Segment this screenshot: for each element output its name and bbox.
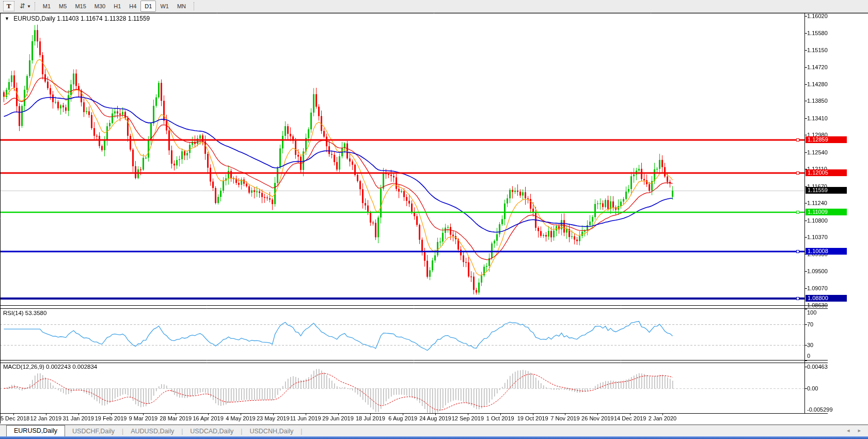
date-tick-label: 18 Jul 2019 bbox=[356, 415, 385, 421]
chart-ohlc-values: 1.11403 1.11674 1.11328 1.11559 bbox=[57, 15, 150, 22]
date-tick-label: 2 Jan 2020 bbox=[649, 415, 676, 421]
price-tick-label: 1.10800 bbox=[807, 217, 828, 224]
date-tick-label: 31 Jan 2019 bbox=[62, 415, 94, 421]
macd-label: MACD(12,26,9) 0.002243 0.002834 bbox=[3, 364, 97, 370]
price-tick-label: 1.10370 bbox=[807, 234, 828, 240]
scroll-left-icon[interactable]: ◂ bbox=[847, 428, 850, 433]
date-tick-label: 11 Jun 2019 bbox=[290, 415, 321, 421]
date-tick-label: 23 May 2019 bbox=[257, 415, 290, 421]
timeframe-button-m5[interactable]: M5 bbox=[55, 1, 71, 12]
scroll-right-icon[interactable]: ▸ bbox=[858, 428, 861, 433]
date-tick-label: 9 Mar 2019 bbox=[129, 415, 158, 421]
chart-tabs: EURUSD,DailyUSDCHF,Daily|AUDUSD,Daily|US… bbox=[0, 426, 302, 437]
date-tick-label: 16 Apr 2019 bbox=[193, 415, 223, 421]
text-tool-button[interactable]: T bbox=[3, 1, 14, 11]
timeframe-button-h1[interactable]: H1 bbox=[109, 1, 125, 12]
rsi-tick-label: 0 bbox=[807, 353, 810, 359]
tab-separator: | bbox=[122, 428, 123, 435]
date-tick-label: 7 Nov 2019 bbox=[550, 415, 579, 421]
price-tick-label: 1.15580 bbox=[807, 30, 828, 36]
date-tick-label: 1 Oct 2019 bbox=[486, 415, 514, 421]
price-tick-label: 1.13850 bbox=[807, 98, 828, 104]
date-tick-label: 28 Mar 2019 bbox=[160, 415, 192, 421]
date-tick-label: 14 Dec 2019 bbox=[614, 415, 646, 421]
chevron-down-icon: ▼ bbox=[27, 4, 31, 9]
date-tick-label: 25 Dec 2018 bbox=[0, 415, 29, 421]
mt4-window: T ⇵ ▼ M1M5M15M30H1H4D1W1MN ▼ EURUSD,Dail… bbox=[0, 0, 868, 439]
timeframe-button-m1[interactable]: M1 bbox=[39, 1, 55, 12]
price-tick-label: 1.15150 bbox=[807, 47, 828, 53]
rsi-tick-label: 100 bbox=[807, 309, 816, 316]
date-tick-label: 19 Oct 2019 bbox=[517, 415, 548, 421]
price-tick-label: 1.09070 bbox=[807, 285, 828, 291]
arrange-arrows-icon: ⇵ bbox=[20, 4, 25, 9]
price-tick-label: 1.09500 bbox=[807, 268, 828, 274]
toolbar-separator bbox=[35, 2, 35, 10]
timeframe-button-mn[interactable]: MN bbox=[173, 1, 190, 12]
timeframe-button-w1[interactable]: W1 bbox=[156, 1, 173, 12]
collapse-triangle-icon[interactable]: ▼ bbox=[5, 16, 9, 21]
price-tick-label: 1.11240 bbox=[807, 200, 827, 206]
arrange-objects-button[interactable]: ⇵ ▼ bbox=[20, 2, 31, 11]
tab-scroll-buttons: ◂ ▸ bbox=[847, 428, 861, 433]
price-tick-label: 1.14280 bbox=[807, 81, 828, 87]
price-tick-label: 1.16020 bbox=[807, 13, 828, 19]
tab-eurusd-daily[interactable]: EURUSD,Daily bbox=[6, 425, 65, 436]
price-tick-label: 1.08630 bbox=[807, 302, 828, 308]
date-tick-label: 6 Aug 2019 bbox=[388, 415, 417, 421]
price-tick-label: 1.12540 bbox=[807, 149, 828, 155]
date-tick-label: 24 Aug 2019 bbox=[419, 415, 451, 421]
rsi-label: RSI(14) 53.3580 bbox=[3, 310, 46, 316]
date-tick-label: 12 Sep 2019 bbox=[452, 415, 484, 421]
level-price-label-1.12005: 1.12005 bbox=[806, 169, 847, 176]
timeframe-button-h4[interactable]: H4 bbox=[125, 1, 140, 12]
current-bid-label: 1.11559 bbox=[806, 187, 847, 194]
date-tick-label: 19 Feb 2019 bbox=[95, 415, 127, 421]
chart-title: ▼ EURUSD,Daily 1.11403 1.11674 1.11328 1… bbox=[5, 15, 150, 22]
tab-separator: | bbox=[301, 428, 302, 435]
date-tick-label: 4 May 2019 bbox=[226, 415, 255, 421]
tab-usdchf-daily[interactable]: USDCHF,Daily bbox=[67, 427, 120, 436]
price-tick-label: 1.13410 bbox=[807, 115, 828, 121]
timeframe-button-group: M1M5M15M30H1H4D1W1MN bbox=[39, 1, 190, 12]
chart-canvas[interactable] bbox=[0, 0, 868, 439]
tab-usdcad-daily[interactable]: USDCAD,Daily bbox=[185, 427, 239, 436]
price-tick-label: 1.14720 bbox=[807, 64, 828, 70]
chart-tab-bar: EURUSD,DailyUSDCHF,Daily|AUDUSD,Daily|US… bbox=[0, 425, 868, 437]
chart-symbol-label: EURUSD,Daily bbox=[13, 15, 55, 22]
level-price-label-1.11009: 1.11009 bbox=[806, 209, 847, 215]
tab-separator: | bbox=[181, 428, 183, 435]
level-price-label-1.12859: 1.12859 bbox=[806, 136, 847, 143]
date-tick-label: 12 Jan 2019 bbox=[30, 415, 62, 421]
macd-tick-label: 0.00 bbox=[807, 385, 818, 391]
date-tick-label: 26 Nov 2019 bbox=[581, 415, 613, 421]
macd-tick-label: -0.005299 bbox=[807, 406, 833, 413]
tab-usdcnh-daily[interactable]: USDCNH,Daily bbox=[244, 427, 298, 436]
timeframe-button-m15[interactable]: M15 bbox=[71, 1, 90, 12]
timeframe-button-d1[interactable]: D1 bbox=[140, 1, 156, 12]
rsi-tick-label: 70 bbox=[807, 321, 813, 327]
rsi-tick-label: 30 bbox=[807, 342, 813, 348]
level-price-label-1.08800: 1.08800 bbox=[806, 295, 847, 302]
taskbar-edge bbox=[0, 436, 868, 439]
timeframe-button-m30[interactable]: M30 bbox=[90, 1, 109, 12]
toolbar: T ⇵ ▼ M1M5M15M30H1H4D1W1MN bbox=[0, 0, 868, 13]
date-tick-label: 29 Jun 2019 bbox=[322, 415, 354, 421]
tab-separator: | bbox=[241, 428, 242, 435]
toolbar-separator bbox=[194, 2, 194, 10]
macd-tick-label: 0.00463 bbox=[807, 364, 828, 370]
tab-audusd-daily[interactable]: AUDUSD,Daily bbox=[125, 427, 179, 436]
level-price-label-1.10008: 1.10008 bbox=[806, 248, 847, 255]
